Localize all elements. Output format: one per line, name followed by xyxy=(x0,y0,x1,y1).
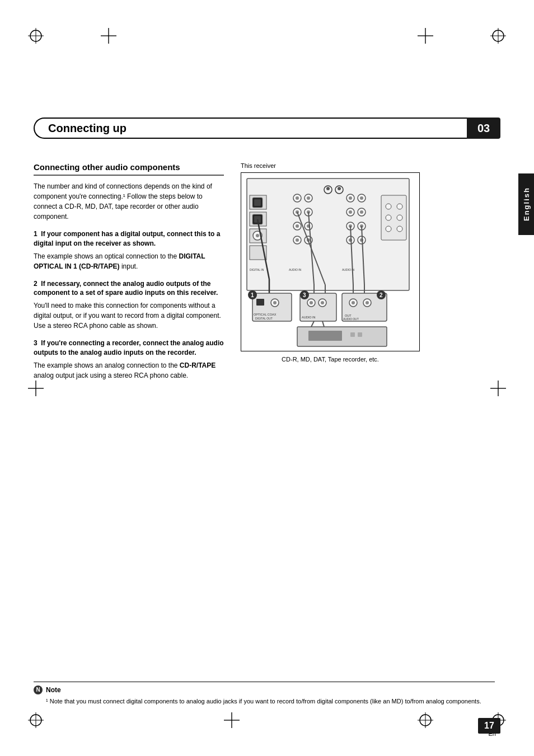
svg-point-102 xyxy=(366,301,369,304)
chapter-number-box: 03 xyxy=(467,118,500,139)
reg-mark-top-center-right xyxy=(418,28,433,44)
note-text: ¹ Note that you must connect digital com… xyxy=(34,697,495,706)
svg-point-55 xyxy=(386,215,391,220)
reg-mark-top-center-left xyxy=(101,28,116,44)
svg-point-107 xyxy=(310,301,313,304)
step-2-body: You'll need to make this connection for … xyxy=(34,300,224,331)
svg-text:OPTICAL COAX: OPTICAL COAX xyxy=(254,313,277,316)
chapter-title: Connecting up xyxy=(48,122,127,135)
diagram-box: DIGITAL IN AUDIO IN AUDIO IN xyxy=(241,172,420,351)
svg-point-54 xyxy=(397,204,402,209)
svg-point-68 xyxy=(296,238,299,242)
svg-text:1: 1 xyxy=(251,292,254,298)
note-section: N Note ¹ Note that you must connect digi… xyxy=(34,682,495,706)
svg-text:2: 2 xyxy=(380,292,383,298)
reg-mark-bottom-left xyxy=(28,712,44,728)
svg-line-116 xyxy=(311,321,314,327)
page-number: 17 xyxy=(478,718,500,734)
intro-text: The number and kind of connections depen… xyxy=(34,181,224,222)
svg-line-117 xyxy=(322,321,324,327)
svg-point-109 xyxy=(321,301,324,304)
diagram-caption: CD-R, MD, DAT, Tape recorder, etc. xyxy=(241,356,420,363)
chapter-header: Connecting up 03 xyxy=(34,118,500,139)
main-content: Connecting other audio components The nu… xyxy=(34,162,495,388)
svg-text:AUDIO IN: AUDIO IN xyxy=(289,268,302,271)
text-column: Connecting other audio components The nu… xyxy=(34,162,224,388)
section-title: Connecting other audio components xyxy=(34,162,224,176)
diagram-svg: DIGITAL IN AUDIO IN AUDIO IN xyxy=(241,173,420,352)
svg-point-100 xyxy=(352,301,355,304)
svg-rect-35 xyxy=(254,199,261,206)
svg-rect-115 xyxy=(358,332,362,337)
svg-text:3: 3 xyxy=(303,292,306,298)
svg-point-56 xyxy=(397,215,402,220)
reg-mark-bottom-right-2 xyxy=(418,712,433,728)
reg-mark-top-right xyxy=(490,28,506,44)
svg-point-60 xyxy=(296,224,299,228)
svg-point-45 xyxy=(296,196,299,200)
svg-point-28 xyxy=(326,187,330,190)
step-1-heading: 1 If your component has a digital output… xyxy=(34,229,224,248)
step-2-heading: 2 If necessary, connect the analog audio… xyxy=(34,279,224,298)
svg-point-47 xyxy=(307,196,310,200)
note-icon: N xyxy=(34,685,43,694)
svg-rect-114 xyxy=(350,332,355,337)
svg-point-41 xyxy=(349,210,352,214)
svg-rect-93 xyxy=(256,299,264,306)
language-tab: English xyxy=(518,173,534,235)
svg-rect-113 xyxy=(308,331,342,341)
reg-mark-bottom-center xyxy=(224,712,240,728)
chapter-title-box: Connecting up xyxy=(34,118,467,139)
svg-point-43 xyxy=(360,210,363,214)
svg-point-57 xyxy=(386,226,391,232)
reg-mark-top-left xyxy=(28,28,44,44)
svg-point-78 xyxy=(256,234,259,237)
svg-text:DIGITAL IN: DIGITAL IN xyxy=(250,268,264,271)
note-header: N Note xyxy=(34,685,495,694)
svg-text:AUDIO IN: AUDIO IN xyxy=(302,316,315,319)
svg-point-39 xyxy=(360,196,363,200)
diagram-column: This receiver xyxy=(241,162,495,388)
svg-text:AUDIO OUT: AUDIO OUT xyxy=(343,317,359,321)
diagram-label-top: This receiver xyxy=(241,162,276,169)
svg-point-58 xyxy=(397,226,402,232)
svg-point-29 xyxy=(338,187,341,190)
svg-text:DIGITAL OUT: DIGITAL OUT xyxy=(255,317,273,320)
chapter-number: 03 xyxy=(477,122,490,135)
svg-point-37 xyxy=(349,196,352,200)
step-1-body: The example shows an optical connection … xyxy=(34,251,224,271)
svg-point-53 xyxy=(386,204,391,209)
step-3-heading: 3 If you're connecting a recorder, conne… xyxy=(34,339,224,358)
step-3-body: The example shows an analog connection t… xyxy=(34,360,224,381)
svg-point-95 xyxy=(273,301,277,304)
note-title: Note xyxy=(46,686,61,694)
